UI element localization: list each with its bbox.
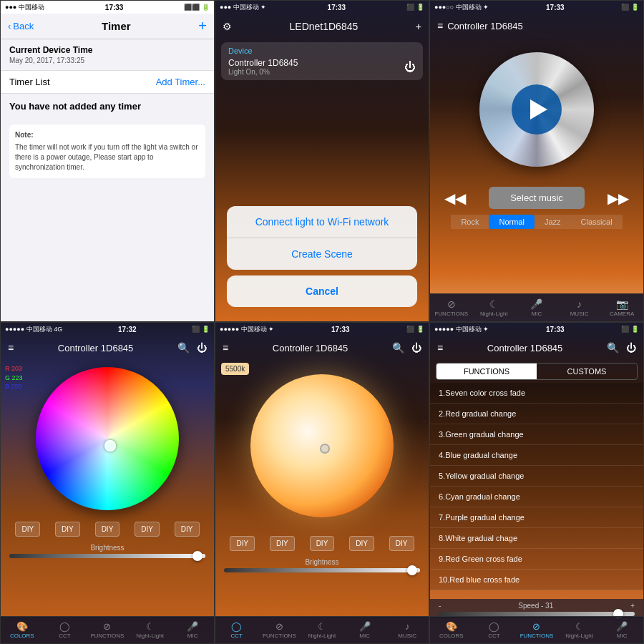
tab-cct[interactable]: ◯CCT xyxy=(44,620,87,640)
status-left-4: ●●●●● 中国移动 4G xyxy=(5,325,62,334)
diy-button-5-0[interactable]: DIY xyxy=(230,536,255,551)
brightness-track-5[interactable] xyxy=(224,568,420,572)
function-item[interactable]: 9.Red Green cross fade xyxy=(430,549,643,570)
status-bar-1: ●●● 中国移动 17:33 ⬛⬛ 🔋 xyxy=(1,1,214,14)
diy-button-5-4[interactable]: DIY xyxy=(389,536,414,551)
function-item[interactable]: 7.Purple gradual change xyxy=(430,507,643,528)
phone-cct: ●●●●● 中国移动 ✦ 17:33 ⬛ 🔋 ≡ Controller 1D68… xyxy=(215,322,429,644)
create-scene-item[interactable]: Create Scene xyxy=(227,238,417,270)
add-timer-button[interactable]: Add Timer... xyxy=(156,77,205,87)
white-light-disk[interactable] xyxy=(250,374,394,517)
diy-button-2[interactable]: DIY xyxy=(95,522,120,537)
function-item[interactable]: 8.White gradual chage xyxy=(430,528,643,549)
power-icon-4[interactable]: ⏻ xyxy=(197,342,207,353)
search-icon-4[interactable]: 🔍 xyxy=(177,342,190,353)
cancel-button[interactable]: Cancel xyxy=(227,275,417,307)
tab-night-light[interactable]: ☾Night-Light xyxy=(129,620,172,640)
back-button[interactable]: ‹ Back xyxy=(8,21,34,31)
tab-cct[interactable]: ◯CCT xyxy=(215,620,258,640)
diy-button-3[interactable]: DIY xyxy=(135,522,160,537)
tab-functions[interactable]: ⊘FUNCTIONS xyxy=(86,620,129,640)
status-bar-3: ●●●○○ 中国移动 ✦ 17:33 ⬛ 🔋 xyxy=(430,1,643,14)
search-icon-6[interactable]: 🔍 xyxy=(607,342,619,353)
diy-button-1[interactable]: DIY xyxy=(55,522,80,537)
brightness-track-4[interactable] xyxy=(9,554,205,558)
tab-camera[interactable]: 📷CAMERA xyxy=(600,297,643,318)
function-item[interactable]: 1.Seven color cross fade xyxy=(430,383,643,404)
tab-functions[interactable]: ⊘FUNCTIONS xyxy=(430,297,473,318)
speed-plus[interactable]: + xyxy=(630,602,635,612)
color-wheel[interactable] xyxy=(36,367,179,510)
device-name: Controller 1D6845 xyxy=(228,58,298,68)
select-music-button[interactable]: Select music xyxy=(489,187,585,209)
genre-tab-classical[interactable]: Classical xyxy=(571,215,623,229)
menu-icon-4[interactable]: ≡ xyxy=(8,342,14,353)
diy-button-5-1[interactable]: DIY xyxy=(270,536,295,551)
status-bar-6: ●●●●● 中国移动 ✦ 17:33 ⬛ 🔋 xyxy=(430,323,643,336)
tab-icon-music: ♪ xyxy=(577,298,582,310)
tab-music[interactable]: ♪MUSIC xyxy=(558,297,601,318)
tab-label: MIC xyxy=(617,633,628,639)
tab-night-light[interactable]: ☾Night-Light xyxy=(301,620,343,640)
tab-icon-music: ♪ xyxy=(405,621,410,632)
play-button[interactable] xyxy=(512,84,562,135)
brightness-label-4: Brightness xyxy=(9,544,205,552)
status-left-5: ●●●●● 中国移动 ✦ xyxy=(220,325,274,334)
connect-wifi-item[interactable]: Connect light to Wi-Fi network xyxy=(227,206,417,238)
function-item[interactable]: 10.Red blue cross fade xyxy=(430,570,643,590)
menu-icon-3[interactable]: ≡ xyxy=(437,20,443,31)
tab-functions[interactable]: ⊘FUNCTIONS xyxy=(515,620,558,640)
power-icon-6[interactable]: ⏻ xyxy=(626,342,636,353)
power-icon-5[interactable]: ⏻ xyxy=(411,342,421,353)
tab-mic[interactable]: 🎤MIC xyxy=(171,620,214,640)
tab-colors[interactable]: 🎨COLORS xyxy=(430,620,473,640)
cct-title: Controller 1D6845 xyxy=(273,343,348,353)
tab-icon-mic: 🎤 xyxy=(616,621,628,632)
func-tab-functions[interactable]: FUNCTIONS xyxy=(436,364,537,379)
brightness-thumb-4 xyxy=(192,551,203,561)
bottom-tabs-4: 🎨COLORS◯CCT⊘FUNCTIONS☾Night-Light🎤MIC xyxy=(1,616,214,643)
prev-button[interactable]: ◀◀ xyxy=(444,190,466,207)
nav-bar-5: ≡ Controller 1D6845 🔍 ⏻ xyxy=(215,336,429,360)
function-item[interactable]: 4.Blue gradual change xyxy=(430,445,643,466)
tab-night-light[interactable]: ☾Night-Light xyxy=(473,297,516,318)
add-button[interactable]: + xyxy=(198,18,207,34)
nav-icons-5: 🔍 ⏻ xyxy=(392,342,421,353)
tab-colors[interactable]: 🎨COLORS xyxy=(1,620,44,640)
menu-icon-5[interactable]: ≡ xyxy=(223,342,228,353)
diy-button-5-3[interactable]: DIY xyxy=(349,536,374,551)
tab-music[interactable]: ♪MUSIC xyxy=(386,620,429,640)
diy-button-0[interactable]: DIY xyxy=(15,522,40,537)
genre-tab-jazz[interactable]: Jazz xyxy=(535,215,571,229)
tab-functions[interactable]: ⊘FUNCTIONS xyxy=(258,620,301,640)
next-button[interactable]: ▶▶ xyxy=(608,190,629,207)
menu-icon-6[interactable]: ≡ xyxy=(437,342,443,353)
white-light-area[interactable] xyxy=(215,360,429,532)
diy-button-4[interactable]: DIY xyxy=(175,522,200,537)
tab-icon-functions: ⊘ xyxy=(447,298,456,310)
tab-label: Night-Light xyxy=(480,311,508,317)
gear-icon[interactable]: ⚙ xyxy=(223,21,232,32)
diy-button-5-2[interactable]: DIY xyxy=(310,536,335,551)
function-item[interactable]: 6.Cyan gradual change xyxy=(430,487,643,507)
color-wheel-area[interactable] xyxy=(1,360,214,517)
status-bar-5: ●●●●● 中国移动 ✦ 17:33 ⬛ 🔋 xyxy=(215,323,429,336)
tab-mic[interactable]: 🎤MIC xyxy=(515,297,558,318)
function-item[interactable]: 5.Yellow gradual change xyxy=(430,466,643,487)
func-tab-customs[interactable]: CUSTOMS xyxy=(537,364,637,379)
function-item[interactable]: 2.Red gradual change xyxy=(430,404,643,424)
phone-colors: ●●●●● 中国移动 4G 17:32 ⬛ 🔋 ≡ Controller 1D6… xyxy=(0,322,215,644)
power-icon[interactable]: ⏻ xyxy=(404,61,416,74)
tab-mic[interactable]: 🎤MIC xyxy=(600,620,643,640)
genre-tab-rock[interactable]: Rock xyxy=(451,215,489,229)
function-item[interactable]: 3.Green gradual change xyxy=(430,424,643,445)
tab-cct[interactable]: ◯CCT xyxy=(473,620,516,640)
genre-tab-normal[interactable]: Normal xyxy=(489,215,534,229)
tab-label: CCT xyxy=(59,633,70,639)
plus-icon-2[interactable]: + xyxy=(416,21,421,32)
tab-icon-colors: 🎨 xyxy=(446,621,457,632)
search-icon-5[interactable]: 🔍 xyxy=(392,342,404,353)
tab-mic[interactable]: 🎤MIC xyxy=(343,620,386,640)
tab-night-light[interactable]: ☾Night-Light xyxy=(558,620,601,640)
speed-minus[interactable]: - xyxy=(439,602,441,612)
